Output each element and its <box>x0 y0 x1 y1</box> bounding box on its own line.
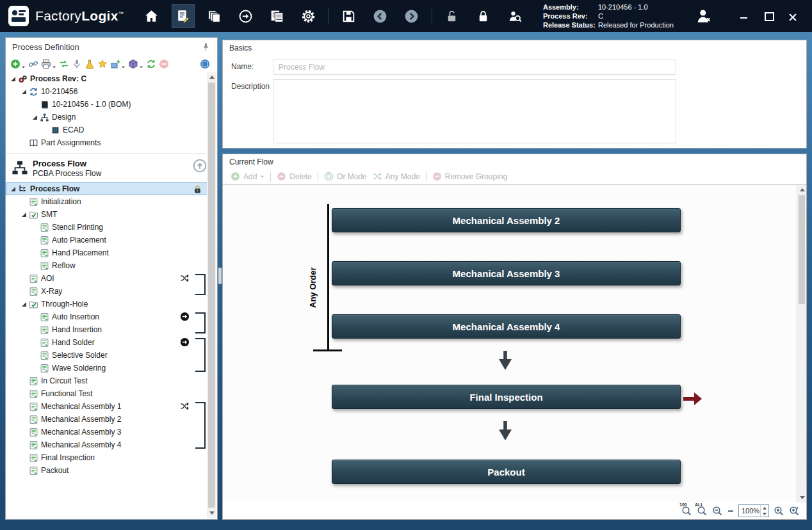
tree-item-mechanical-assembly-4[interactable]: Mechanical Assembly 4 <box>6 438 207 451</box>
delete-button[interactable]: Delete <box>277 172 312 181</box>
tree-item-mechanical-assembly-1[interactable]: Mechanical Assembly 1 <box>6 400 207 413</box>
minus-mini-button[interactable] <box>727 506 734 517</box>
zoom-in-plus-button[interactable] <box>789 506 800 517</box>
panel-splitter[interactable] <box>218 37 222 520</box>
flow-node-final-inspection[interactable]: Final Inspection <box>332 385 681 409</box>
collapse-icon[interactable] <box>8 184 17 193</box>
audit-tool-button[interactable] <box>72 59 82 69</box>
scroll-down-icon[interactable] <box>207 508 216 518</box>
tree-item-design[interactable]: Design <box>6 111 207 124</box>
tree-item-10-210456[interactable]: 10-210456 <box>6 85 207 98</box>
star-tool-button[interactable] <box>97 59 108 69</box>
maximize-button[interactable] <box>761 10 776 22</box>
scroll-thumb[interactable] <box>799 195 805 304</box>
tree-item-process-flow[interactable]: Process Flow <box>6 182 207 195</box>
scroll-up-icon[interactable] <box>207 72 216 82</box>
edit-document-button[interactable] <box>172 4 195 28</box>
tree-item-in-circuit-test[interactable]: In Circuit Test <box>6 374 207 387</box>
tree-item-initialization[interactable]: Initialization <box>6 195 207 208</box>
tree-item-functional-test[interactable]: Functional Test <box>6 387 207 400</box>
canvas-scrollbar[interactable] <box>797 185 806 502</box>
collapse-icon[interactable] <box>8 74 17 83</box>
close-button[interactable] <box>785 10 800 22</box>
scroll-track[interactable] <box>797 305 806 493</box>
minimize-button[interactable] <box>736 10 752 22</box>
forward-button[interactable] <box>400 4 423 28</box>
scroll-thumb[interactable] <box>208 83 215 508</box>
spinner-down-icon[interactable] <box>761 511 768 517</box>
dispatch-button[interactable] <box>234 4 257 28</box>
add-tool-button[interactable] <box>10 59 26 69</box>
tree-item-aoi[interactable]: AOI <box>6 272 207 285</box>
tree-item-x-ray[interactable]: X-Ray <box>6 285 207 298</box>
promote-icon[interactable] <box>193 159 207 173</box>
shuffle-icon[interactable] <box>180 401 190 411</box>
info-tool-button[interactable] <box>200 59 210 69</box>
flow-node-mechanical-assembly-3[interactable]: Mechanical Assembly 3 <box>332 261 681 285</box>
flow-node-mechanical-assembly-4[interactable]: Mechanical Assembly 4 <box>332 314 681 339</box>
zoom-100-button[interactable]: 100 <box>681 506 692 517</box>
zoom-all-button[interactable]: ALL <box>697 506 708 517</box>
tree-item-packout[interactable]: Packout <box>6 464 207 477</box>
tree-item-hand-insertion[interactable]: Hand Insertion <box>6 323 207 336</box>
zoom-spinner[interactable]: 100% <box>738 504 769 517</box>
tree-item-hand-solder[interactable]: Hand Solder <box>6 336 207 349</box>
tree-item-part-assignments[interactable]: Part Assignments <box>6 136 207 149</box>
tree-item-hand-placement[interactable]: Hand Placement <box>6 246 207 259</box>
arrow-badge-icon[interactable] <box>180 312 190 321</box>
tree-item-auto-placement[interactable]: Auto Placement <box>6 234 207 246</box>
remove-grouping-button[interactable]: Remove Grouping <box>432 172 507 181</box>
collapse-icon[interactable] <box>30 113 39 122</box>
collapse-icon[interactable] <box>19 300 28 309</box>
unlock-button[interactable] <box>441 4 464 28</box>
arrow-badge-icon[interactable] <box>180 337 190 347</box>
remove-tool-button[interactable] <box>159 59 169 69</box>
tree-item-mechanical-assembly-2[interactable]: Mechanical Assembly 2 <box>6 413 207 426</box>
tree-item-process-rev-c[interactable]: Process Rev: C <box>6 72 207 85</box>
collapse-icon[interactable] <box>19 210 28 219</box>
home-button[interactable] <box>140 4 163 28</box>
zoom-out-button[interactable] <box>712 506 723 517</box>
settings-button[interactable] <box>297 4 320 28</box>
find-user-button[interactable] <box>503 4 526 28</box>
sync-tool-button[interactable] <box>146 59 156 69</box>
shuffle-icon[interactable] <box>180 273 190 283</box>
tree-item-auto-insertion[interactable]: Auto Insertion <box>6 310 207 323</box>
transfer-tool-button[interactable] <box>59 59 69 69</box>
name-input[interactable] <box>273 60 676 75</box>
documents-button[interactable] <box>266 4 289 28</box>
any-mode-button[interactable]: Any Mode <box>373 172 420 181</box>
export-tool-button[interactable] <box>110 59 126 69</box>
print-tool-button[interactable] <box>41 59 56 69</box>
tree-item-ecad[interactable]: ECAD <box>6 124 207 136</box>
scroll-down-icon[interactable] <box>797 493 806 502</box>
collapse-icon[interactable] <box>19 87 28 96</box>
flow-node-mechanical-assembly-2[interactable]: Mechanical Assembly 2 <box>332 208 681 232</box>
tree-item-wave-soldering[interactable]: Wave Soldering <box>6 362 207 374</box>
tree-item-stencil-printing[interactable]: Stencil Printing <box>6 221 207 234</box>
description-input[interactable] <box>273 79 676 143</box>
or-mode-button[interactable]: Or Mode <box>324 172 367 181</box>
batch-button[interactable] <box>203 4 226 28</box>
tree-item-selective-solder[interactable]: Selective Solder <box>6 349 207 362</box>
package-tool-button[interactable] <box>128 59 143 69</box>
tree-item-reflow[interactable]: Reflow <box>6 259 207 272</box>
zoom-in-button[interactable] <box>774 506 784 517</box>
user-account-button[interactable] <box>693 6 715 26</box>
lock-button[interactable] <box>472 4 495 28</box>
tree-item-final-inspection[interactable]: Final Inspection <box>6 451 207 464</box>
tree-item-mechanical-assembly-3[interactable]: Mechanical Assembly 3 <box>6 426 207 438</box>
tree-item-through-hole[interactable]: Through-Hole <box>6 298 207 310</box>
left-panel-scrollbar[interactable] <box>207 72 216 518</box>
back-button[interactable] <box>369 4 392 28</box>
process-flow-header[interactable]: Process Flow PCBA Process Flow <box>6 153 217 182</box>
scroll-up-icon[interactable] <box>797 185 806 195</box>
add-button[interactable]: Add <box>231 172 264 181</box>
tree-item-smt[interactable]: SMT <box>6 208 207 221</box>
tree-item-10-210456-1-0-bom[interactable]: 10-210456 - 1.0 (BOM) <box>6 98 207 111</box>
flow-node-packout[interactable]: Packout <box>332 460 681 484</box>
link-tool-button[interactable] <box>28 59 38 69</box>
pin-icon[interactable] <box>201 42 211 52</box>
save-button[interactable] <box>337 4 361 28</box>
chemical-tool-button[interactable] <box>85 59 95 69</box>
